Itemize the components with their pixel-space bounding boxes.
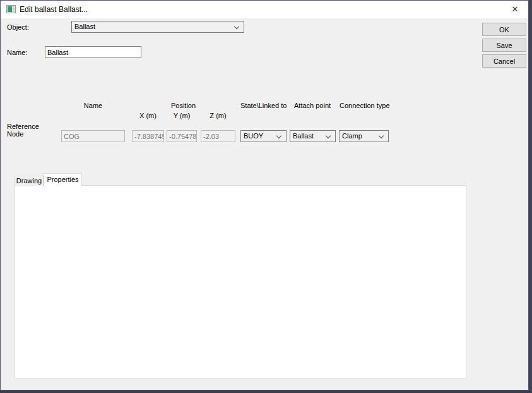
background-window-bottom-edge [0, 390, 532, 393]
reference-node-label: Reference Node [7, 123, 39, 138]
tab-properties[interactable]: Properties [44, 173, 82, 186]
reference-node-label-line2: Node [7, 130, 23, 138]
object-select[interactable]: Ballast [71, 21, 244, 33]
header-attach-point: Attach point [294, 102, 331, 109]
reference-node-label-line1: Reference [7, 123, 39, 130]
header-connection-type: Connection type [340, 102, 390, 109]
header-state-linked: State\Linked to [240, 102, 287, 109]
header-y: Y (m) [167, 112, 197, 119]
name-input[interactable] [45, 46, 141, 58]
ref-name-field [61, 130, 125, 142]
ref-x-field [132, 130, 164, 142]
chevron-down-icon [234, 24, 239, 29]
ref-y-field [167, 130, 197, 142]
app-icon-light-block [13, 6, 15, 12]
edit-ballast-dialog: Edit ballast Ballast... ✕ OK Save Cancel… [0, 0, 529, 390]
cancel-button[interactable]: Cancel [482, 54, 526, 68]
window-title: Edit ballast Ballast... [20, 1, 88, 18]
header-x: X (m) [132, 112, 164, 119]
state-linked-value: BUOY [244, 132, 263, 140]
close-button[interactable]: ✕ [503, 1, 527, 18]
name-label: Name: [7, 49, 27, 56]
chevron-down-icon [276, 133, 281, 138]
header-name: Name [61, 102, 125, 109]
tab-drawing[interactable]: Drawing [15, 176, 44, 186]
object-select-value: Ballast [74, 23, 95, 30]
app-icon-teal-block [8, 6, 12, 12]
ok-button[interactable]: OK [482, 23, 526, 36]
connection-type-select[interactable]: Clamp [339, 130, 389, 142]
connection-type-value: Clamp [342, 132, 362, 140]
close-icon: ✕ [512, 4, 519, 14]
attach-point-value: Ballast [293, 132, 314, 140]
state-linked-select[interactable]: BUOY [240, 130, 287, 142]
attach-point-select[interactable]: Ballast [290, 130, 336, 142]
chevron-down-icon [379, 133, 384, 138]
ref-z-field [201, 130, 235, 142]
header-z: Z (m) [201, 112, 235, 119]
properties-tab-page [15, 185, 466, 378]
header-position: Position [132, 102, 235, 109]
object-label: Object: [7, 23, 29, 31]
app-icon [6, 5, 16, 13]
title-bar[interactable]: Edit ballast Ballast... ✕ [1, 1, 528, 18]
chevron-down-icon [326, 133, 331, 138]
save-button[interactable]: Save [482, 39, 526, 52]
background-window-right-edge [529, 0, 532, 393]
